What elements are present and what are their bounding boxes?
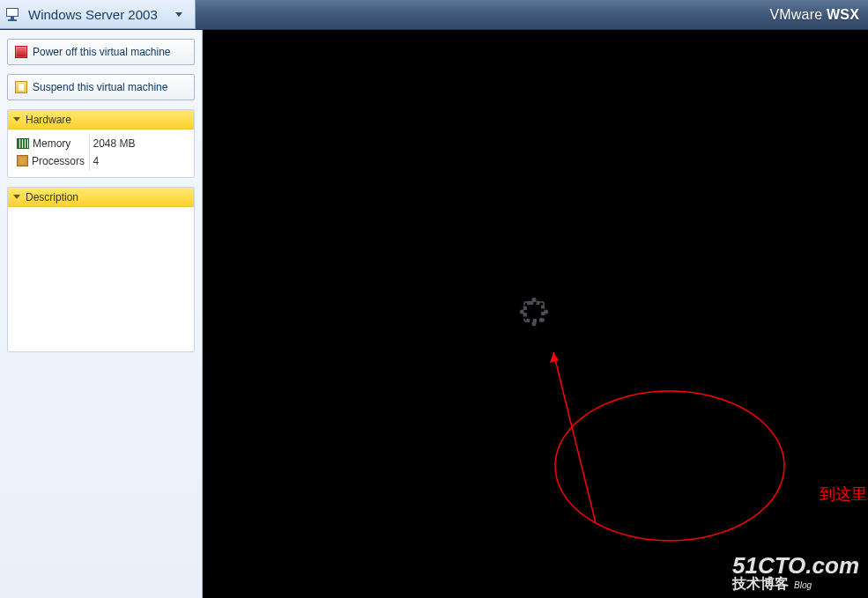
watermark: 51CTO.com 技术博客Blog <box>732 554 859 591</box>
memory-value: 2048 MB <box>89 135 189 152</box>
power-off-icon <box>15 46 27 58</box>
hardware-panel-header[interactable]: Hardware <box>8 110 194 129</box>
chevron-down-icon <box>13 117 20 122</box>
power-off-label: Power off this virtual machine <box>33 46 171 58</box>
suspend-icon <box>15 81 27 93</box>
cpu-icon <box>17 155 28 166</box>
hardware-table: Memory 2048 MB Processors 4 <box>13 135 189 170</box>
description-input[interactable] <box>8 207 194 348</box>
power-off-button[interactable]: Power off this virtual machine <box>7 39 195 65</box>
chevron-down-icon <box>13 195 20 199</box>
top-bar: Windows Server 2003 VMware WSX <box>0 0 868 30</box>
monitor-icon <box>5 7 21 21</box>
svg-marker-12 <box>550 352 559 363</box>
hardware-panel-body: Memory 2048 MB Processors 4 <box>8 129 194 177</box>
svg-line-11 <box>553 352 596 523</box>
vm-title-label: Windows Server 2003 <box>28 7 158 22</box>
suspend-button[interactable]: Suspend this virtual machine <box>7 74 195 100</box>
watermark-main: 51CTO.com <box>732 554 859 577</box>
description-panel: Description <box>7 187 195 352</box>
chevron-down-icon <box>175 12 182 17</box>
loading-spinner-icon <box>518 297 550 327</box>
brand-label: VMware WSX <box>769 7 859 23</box>
vm-console[interactable]: 到这里就一直停留 51CTO.com 技术博客Blog <box>203 30 868 598</box>
main-area: Power off this virtual machine Suspend t… <box>0 30 868 598</box>
table-row[interactable]: Memory 2048 MB <box>13 135 189 152</box>
description-panel-header[interactable]: Description <box>8 188 194 207</box>
description-header-label: Description <box>26 191 78 203</box>
annotation-text: 到这里就一直停留 <box>820 484 868 505</box>
svg-rect-8 <box>524 302 542 320</box>
hardware-header-label: Hardware <box>26 114 71 126</box>
processors-label: Processors <box>32 155 85 167</box>
svg-point-10 <box>555 391 784 541</box>
processors-value: 4 <box>89 152 189 170</box>
memory-icon <box>17 138 29 149</box>
sidebar: Power off this virtual machine Suspend t… <box>0 30 203 598</box>
hardware-panel: Hardware Memory 2048 MB Processors 4 <box>7 109 195 178</box>
suspend-label: Suspend this virtual machine <box>33 81 167 93</box>
memory-label: Memory <box>33 137 70 150</box>
watermark-sub: 技术博客Blog <box>732 577 859 591</box>
vm-title-dropdown[interactable]: Windows Server 2003 <box>0 0 196 29</box>
table-row[interactable]: Processors 4 <box>13 152 189 170</box>
